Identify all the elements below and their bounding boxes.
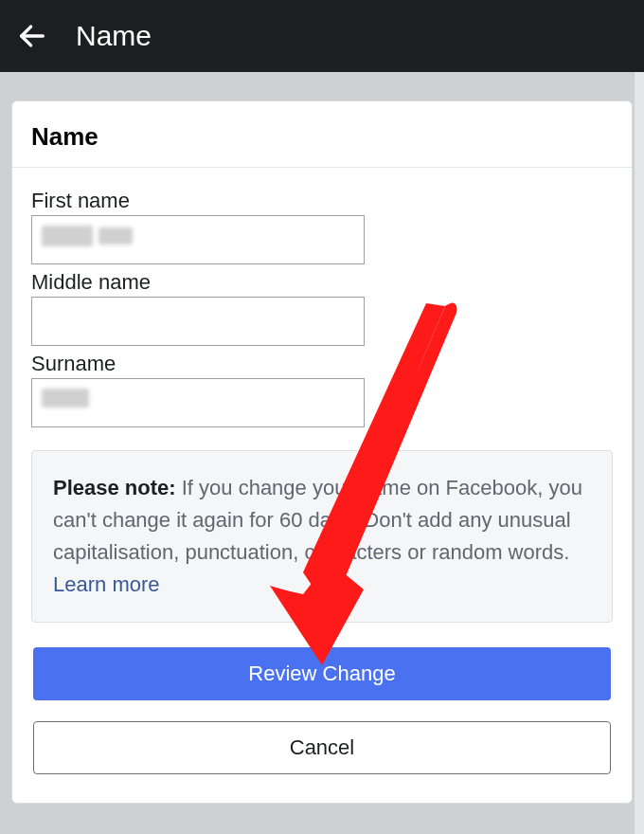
page-title: Name (76, 20, 152, 52)
note-box: Please note: If you change your name on … (31, 450, 613, 623)
middle-name-label: Middle name (31, 270, 613, 295)
card-body: First name Middle name Surname Please no… (12, 168, 632, 630)
back-button[interactable] (6, 9, 59, 63)
scrollbar-track[interactable] (635, 72, 644, 834)
middle-name-input[interactable] (31, 297, 365, 346)
learn-more-link[interactable]: Learn more (53, 572, 160, 596)
surname-label: Surname (31, 352, 613, 376)
review-change-button[interactable]: Review Change (33, 647, 611, 700)
content-area: Name First name Middle name Surname Plea… (0, 72, 644, 815)
cancel-button[interactable]: Cancel (33, 721, 611, 774)
topbar: Name (0, 0, 644, 72)
name-card: Name First name Middle name Surname Plea… (11, 100, 633, 804)
surname-input[interactable] (31, 378, 365, 427)
card-title: Name (31, 122, 613, 152)
card-header: Name (12, 101, 632, 168)
arrow-left-icon (16, 20, 48, 52)
first-name-label: First name (31, 189, 613, 213)
note-prefix: Please note: (53, 476, 176, 499)
button-row: Review Change Cancel (12, 630, 632, 803)
first-name-input[interactable] (31, 215, 365, 264)
